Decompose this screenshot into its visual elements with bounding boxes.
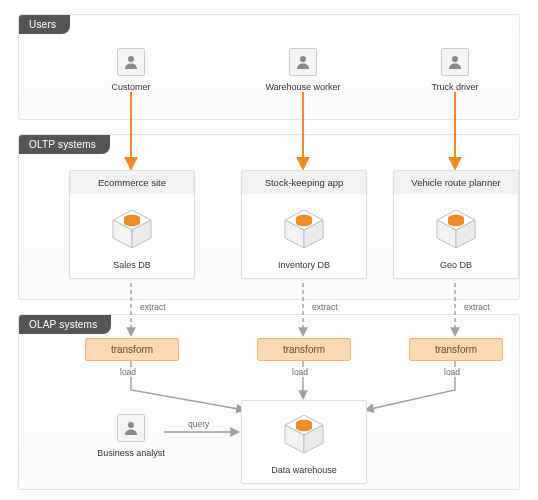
user-label: Truck driver bbox=[414, 82, 496, 92]
transform-2: transform bbox=[409, 338, 503, 361]
database-icon bbox=[109, 206, 155, 252]
user-label: Business analyst bbox=[90, 448, 172, 458]
person-icon bbox=[289, 48, 317, 76]
oltp-db-name: Sales DB bbox=[70, 260, 194, 270]
person-icon bbox=[117, 414, 145, 442]
oltp-db-name: Geo DB bbox=[394, 260, 518, 270]
oltp-app-title: Vehicle route planner bbox=[394, 171, 518, 194]
data-warehouse: Data warehouse bbox=[241, 400, 367, 484]
user-warehouse-worker: Warehouse worker bbox=[262, 48, 344, 92]
svg-point-0 bbox=[128, 56, 134, 62]
label-extract-0: extract bbox=[138, 302, 168, 312]
database-icon bbox=[281, 206, 327, 252]
oltp-app-ecommerce: Ecommerce site Sales DB bbox=[69, 170, 195, 279]
database-icon bbox=[281, 411, 327, 457]
person-icon bbox=[117, 48, 145, 76]
svg-point-2 bbox=[452, 56, 458, 62]
oltp-app-stockkeeping: Stock-keeping app Inventory DB bbox=[241, 170, 367, 279]
oltp-db-name: Inventory DB bbox=[242, 260, 366, 270]
transform-0: transform bbox=[85, 338, 179, 361]
label-extract-1: extract bbox=[310, 302, 340, 312]
user-label: Warehouse worker bbox=[262, 82, 344, 92]
user-label: Customer bbox=[90, 82, 172, 92]
label-extract-2: extract bbox=[462, 302, 492, 312]
user-business-analyst: Business analyst bbox=[90, 414, 172, 458]
band-label-oltp: OLTP systems bbox=[19, 135, 110, 154]
band-label-olap: OLAP systems bbox=[19, 315, 111, 334]
svg-point-19 bbox=[128, 422, 134, 428]
label-load-2: load bbox=[442, 367, 462, 377]
band-label-users: Users bbox=[19, 15, 70, 34]
label-load-1: load bbox=[290, 367, 310, 377]
label-load-0: load bbox=[118, 367, 138, 377]
user-customer: Customer bbox=[90, 48, 172, 92]
svg-point-1 bbox=[300, 56, 306, 62]
oltp-app-title: Ecommerce site bbox=[70, 171, 194, 194]
database-icon bbox=[433, 206, 479, 252]
warehouse-name: Data warehouse bbox=[242, 465, 366, 475]
person-icon bbox=[441, 48, 469, 76]
user-truck-driver: Truck driver bbox=[414, 48, 496, 92]
label-query: query bbox=[186, 419, 211, 429]
oltp-app-title: Stock-keeping app bbox=[242, 171, 366, 194]
oltp-app-routeplanner: Vehicle route planner Geo DB bbox=[393, 170, 519, 279]
transform-1: transform bbox=[257, 338, 351, 361]
